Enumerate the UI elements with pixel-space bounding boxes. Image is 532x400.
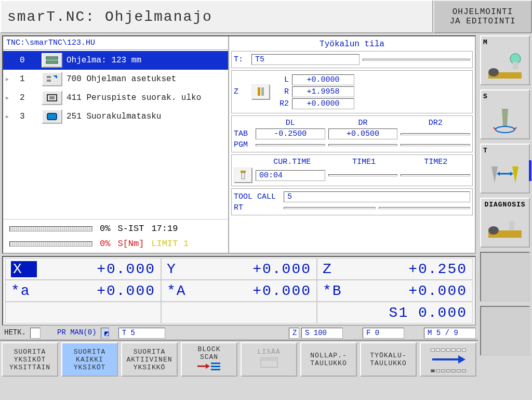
rsk-diagnosis[interactable]: DIAGNOSIS — [480, 198, 530, 248]
sk-tool-table[interactable]: TYÖKALU- TAULUKKO — [360, 342, 417, 377]
dro-b: *B+0.000 — [317, 280, 473, 302]
tab-dr2-value — [401, 133, 470, 135]
svg-rect-15 — [261, 358, 277, 361]
timer-icon — [234, 167, 252, 183]
dro-empty — [5, 302, 161, 324]
s-ist-gauge — [9, 226, 92, 231]
snm-limit: LIMIT 1 — [151, 239, 188, 249]
program-tree[interactable]: ▿ 0 Ohjelma: 123 mm ▹ 1 — [3, 50, 228, 219]
tab-dl-value: -0.2500 — [256, 128, 325, 139]
active-indicator — [529, 160, 531, 181]
svg-rect-10 — [242, 173, 245, 179]
svg-rect-17 — [513, 62, 518, 69]
time1-value — [328, 174, 398, 176]
dr2-label: DR2 — [401, 119, 470, 127]
svg-rect-5 — [49, 96, 55, 99]
sk-datum-table[interactable]: NOLLAP.- TAULUKKO — [300, 342, 357, 377]
svg-rect-13 — [211, 369, 220, 370]
row-label: Ohjelma: 123 mm — [66, 56, 226, 65]
right-softkey-bar: M S T DIAGNOSIS — [478, 33, 532, 400]
tree-row-3[interactable]: ▹ 3 251 Suorakulmatasku — [3, 107, 228, 126]
sk-run-single[interactable]: SUORITA YKSIKÖT YKSITTÄIN — [2, 342, 58, 377]
rsk-empty-1 — [480, 252, 530, 302]
status-s: S 100 — [301, 328, 343, 339]
pr-icon[interactable]: ◩ — [101, 328, 109, 339]
dro-panel: X+0.000 Y+0.000 Z+0.250 *a+0.000 *A+0.00… — [2, 256, 476, 326]
tool-status-pane: Työkalun tila T: T5 Z — [229, 36, 475, 253]
sk-run-all[interactable]: SUORITA KAIKKI YKSIKÖT — [61, 342, 118, 377]
row-index: 1 — [12, 74, 37, 84]
expand-icon: ▿ — [5, 56, 12, 64]
status-t: T 5 — [118, 328, 165, 339]
r2-value: +0.0000 — [292, 98, 354, 109]
snm-label: S[Nm] — [117, 239, 144, 249]
toolcall-label: TOOL CALL — [234, 192, 281, 201]
sk-run-active[interactable]: SUORITA AKTIIVINEN YKSIKKÖ — [121, 342, 178, 377]
expand-icon: ▹ — [5, 94, 12, 102]
softkey-bar: SUORITA YKSIKÖT YKSITTÄIN SUORITA KAIKKI… — [0, 340, 478, 378]
time2-value — [401, 174, 470, 176]
dro-x: X+0.000 — [5, 258, 161, 280]
svg-point-19 — [488, 68, 499, 76]
row-index: 2 — [12, 93, 37, 102]
toolcall-value: 5 — [284, 191, 470, 202]
mode-programming-button[interactable]: OHJELMOINTI JA EDITOINTI — [433, 0, 532, 33]
dl-label: DL — [256, 119, 325, 127]
snm-pct: 0% — [100, 239, 110, 249]
r-label: R — [273, 87, 289, 96]
time1-label: TIME1 — [329, 158, 398, 166]
tool-geometry-icon — [251, 84, 270, 100]
pgm-dr-value — [328, 144, 398, 146]
status-z: Z — [289, 328, 299, 339]
s-ist-time: 17:19 — [151, 224, 178, 234]
dro-z: Z+0.250 — [317, 258, 473, 280]
r-value: +1.9958 — [292, 86, 354, 97]
t-name-value — [363, 59, 471, 61]
row-label: 411 Peruspiste suorak. ulko — [66, 93, 226, 102]
rsk-s[interactable]: S — [480, 89, 530, 139]
row-label: 251 Suorakulmatasku — [66, 112, 226, 121]
datum-icon — [42, 91, 62, 105]
hetk-label: HETK. — [2, 328, 28, 339]
l-label: L — [273, 75, 289, 84]
snm-gauge — [9, 241, 92, 247]
tree-row-2[interactable]: ▹ 2 411 Peruspiste suorak. ulko — [3, 88, 228, 107]
sk-lisaa[interactable]: LISÄÄ — [241, 342, 297, 377]
curtime-value: 00:04 — [256, 170, 325, 181]
status-line: HETK. PR MAN(0) ◩ T 5 Z S 100 F 0 M 5 / … — [0, 327, 478, 340]
sk-block-scan[interactable]: BLOCK SCAN — [181, 342, 237, 377]
status-f: F 0 — [363, 328, 404, 339]
tool-change-icon — [481, 156, 529, 192]
tree-row-0[interactable]: ▿ 0 Ohjelma: 123 mm — [3, 51, 228, 70]
program-pane: TNC:\smarTNC\123.HU ▿ 0 Ohjelma: 123 mm … — [3, 36, 229, 253]
svg-point-22 — [488, 226, 499, 235]
svg-rect-11 — [211, 363, 220, 364]
settings-icon — [42, 72, 62, 86]
svg-rect-0 — [46, 57, 58, 59]
tab-dr-value: +0.0500 — [328, 128, 398, 139]
dro-empty — [161, 302, 317, 324]
svg-rect-2 — [47, 76, 51, 78]
tree-row-1[interactable]: ▹ 1 700 Ohjelman asetukset — [3, 70, 228, 88]
row-index: 3 — [12, 112, 37, 121]
s-ist-pct: 0% — [100, 224, 110, 234]
machine-icon — [481, 47, 529, 84]
expand-icon: ▹ — [5, 75, 12, 83]
expand-icon: ▹ — [5, 112, 12, 121]
rsk-empty-2 — [480, 306, 530, 356]
tab-label: TAB — [234, 130, 252, 138]
r2-label: R2 — [273, 99, 289, 108]
sk-page-indicator[interactable] — [420, 342, 476, 377]
z-label: Z — [234, 87, 248, 96]
page-title: smarT.NC: Ohjelmanajo — [0, 0, 433, 33]
tool-status-title: Työkalun tila — [231, 37, 473, 51]
status-m: M 5 / 9 — [424, 328, 476, 339]
rt-value2 — [379, 207, 471, 209]
load-bars: 0% S-IST 17:19 0% S[Nm] LIMIT 1 — [3, 219, 228, 253]
block-scan-icon — [196, 361, 222, 373]
rsk-t[interactable]: T — [480, 144, 530, 193]
pgm-dl-value — [256, 144, 325, 146]
hetk-box — [30, 328, 41, 339]
rsk-m[interactable]: M — [480, 35, 530, 85]
curtime-label: CUR.TIME — [258, 158, 326, 166]
